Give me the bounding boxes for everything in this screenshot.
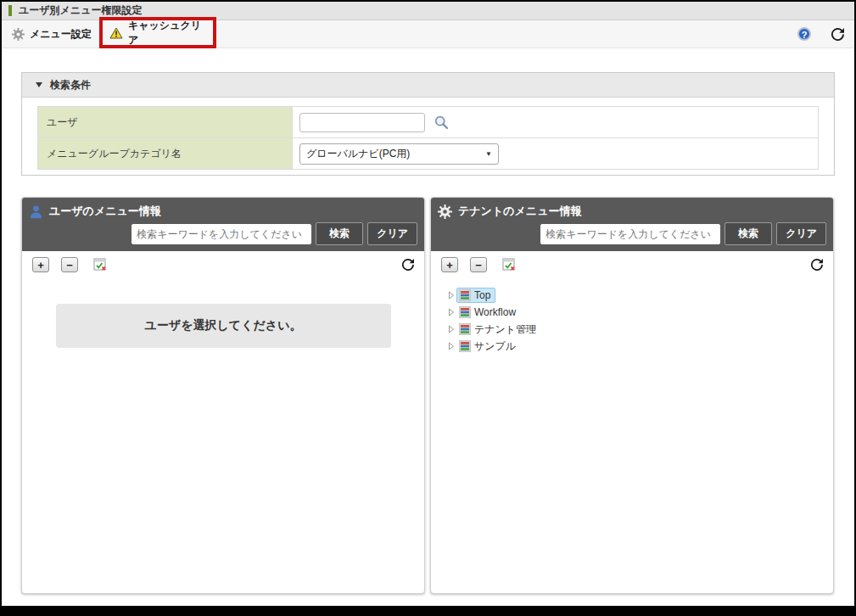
check-toggle-icon[interactable] bbox=[93, 258, 107, 272]
tree-item[interactable]: Workflow bbox=[448, 304, 833, 321]
cache-clear-button[interactable]: キャッシュクリア bbox=[109, 19, 206, 48]
collapse-all-button[interactable]: − bbox=[61, 257, 78, 272]
category-field-label: メニューグループカテゴリ名 bbox=[38, 138, 293, 170]
toolbar-right: ? bbox=[797, 27, 844, 41]
app-page: ユーザ別メニュー権限設定 メニュー設定 bbox=[2, 2, 854, 606]
help-icon[interactable]: ? bbox=[797, 27, 811, 41]
user-menu-panel: ユーザのメニュー情報 検索 クリア + − bbox=[21, 197, 425, 594]
refresh-icon[interactable] bbox=[831, 28, 844, 41]
user-input[interactable] bbox=[299, 113, 425, 132]
select-user-message: ユーザを選択してください。 bbox=[56, 304, 391, 348]
chevron-down-icon: ▼ bbox=[485, 150, 492, 158]
tree-item-label: Top bbox=[474, 289, 490, 301]
page-title: ユーザ別メニュー権限設定 bbox=[19, 3, 142, 18]
user-panel-header: ユーザのメニュー情報 検索 クリア bbox=[22, 198, 424, 251]
table-row: メニューグループカテゴリ名 グローバルナビ(PC用) ▼ bbox=[38, 138, 819, 170]
collapse-all-button[interactable]: − bbox=[470, 257, 487, 272]
tree-item[interactable]: サンプル bbox=[448, 338, 833, 355]
tenant-panel-header: テナントのメニュー情報 検索 クリア bbox=[431, 198, 833, 251]
title-marker bbox=[8, 5, 12, 16]
toolbar: メニュー設定 キャッシュクリア ? bbox=[2, 20, 854, 48]
expand-arrow-icon[interactable] bbox=[448, 291, 455, 300]
tree-item[interactable]: Top bbox=[448, 287, 833, 304]
menu-group-icon bbox=[459, 340, 471, 352]
table-row: ユーザ bbox=[38, 107, 819, 138]
search-conditions-title: 検索条件 bbox=[50, 78, 91, 92]
cache-clear-label: キャッシュクリア bbox=[128, 19, 206, 48]
gear-icon bbox=[12, 28, 25, 41]
tenant-keyword-input[interactable] bbox=[540, 224, 720, 244]
warning-icon bbox=[109, 27, 123, 39]
user-field-label: ユーザ bbox=[38, 107, 293, 138]
search-magnifier-icon[interactable] bbox=[434, 115, 450, 131]
screenshot-frame: ユーザ別メニュー権限設定 メニュー設定 bbox=[0, 0, 856, 616]
expand-arrow-icon[interactable] bbox=[448, 308, 455, 316]
tenant-menu-tree: Top Workflow bbox=[431, 278, 833, 355]
tree-item-label: サンプル bbox=[474, 339, 516, 354]
tree-item-label: Workflow bbox=[474, 306, 516, 318]
expand-all-button[interactable]: + bbox=[32, 257, 49, 272]
expand-arrow-icon[interactable] bbox=[448, 342, 455, 350]
tenant-menu-panel: テナントのメニュー情報 検索 クリア + − bbox=[430, 197, 834, 594]
menu-settings-button[interactable]: メニュー設定 bbox=[12, 27, 92, 42]
cache-clear-highlight: キャッシュクリア bbox=[99, 17, 216, 48]
menu-group-icon bbox=[459, 323, 471, 335]
menu-settings-label: メニュー設定 bbox=[30, 27, 92, 42]
tree-item[interactable]: テナント管理 bbox=[448, 321, 833, 338]
expand-arrow-icon[interactable] bbox=[448, 325, 455, 333]
user-search-button[interactable]: 検索 bbox=[316, 222, 363, 245]
tenant-panel-title: テナントのメニュー情報 bbox=[458, 204, 581, 219]
person-icon bbox=[29, 204, 43, 219]
user-clear-button[interactable]: クリア bbox=[367, 222, 417, 245]
user-panel-title: ユーザのメニュー情報 bbox=[49, 204, 161, 219]
user-tree-toolbar: + − bbox=[22, 251, 424, 278]
expand-all-button[interactable]: + bbox=[441, 257, 458, 272]
category-select[interactable]: グローバルナビ(PC用) ▼ bbox=[299, 143, 499, 165]
check-toggle-icon[interactable] bbox=[502, 258, 516, 272]
user-keyword-input[interactable] bbox=[131, 224, 311, 244]
tenant-search-button[interactable]: 検索 bbox=[725, 222, 772, 245]
menu-group-icon bbox=[459, 306, 471, 318]
chevron-down-icon bbox=[36, 82, 42, 87]
tenant-clear-button[interactable]: クリア bbox=[776, 222, 826, 245]
search-conditions-header[interactable]: 検索条件 bbox=[22, 73, 834, 98]
tree-item-label: テナント管理 bbox=[474, 322, 536, 337]
search-conditions-body: ユーザ メニュ bbox=[22, 98, 834, 178]
refresh-icon[interactable] bbox=[811, 259, 823, 271]
search-form-table: ユーザ メニュ bbox=[37, 106, 819, 170]
category-select-value: グローバルナビ(PC用) bbox=[306, 147, 410, 161]
tenant-tree-toolbar: + − bbox=[431, 251, 833, 278]
menu-group-icon bbox=[459, 289, 471, 301]
refresh-icon[interactable] bbox=[402, 259, 414, 271]
search-conditions-panel: 検索条件 ユーザ bbox=[21, 72, 835, 176]
gear-icon bbox=[438, 204, 452, 219]
